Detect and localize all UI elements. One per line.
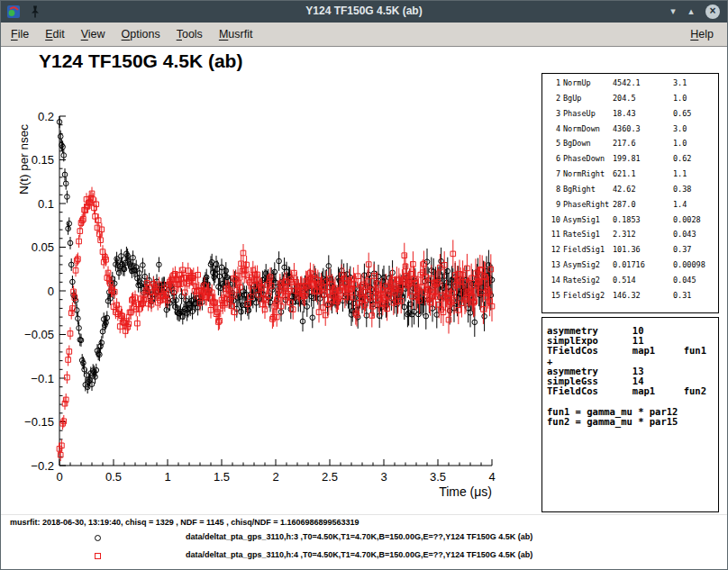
legend-label: data/deltat_pta_gps_3110,h:3 ,T0=4.50K,T… (186, 532, 532, 541)
y-tick-label: 0.1 (38, 197, 54, 211)
menu-mnemonic: H (690, 28, 698, 41)
theory-line: fun2 = gamma_mu * par15 (547, 417, 718, 427)
parameter-name: RateSig2 (563, 276, 610, 291)
parameter-val: 0.514 (613, 276, 670, 291)
parameter-row: 12FieldSig1101.360.37 (547, 245, 718, 260)
parameter-num: 7 (547, 169, 560, 185)
parameter-val: 204.5 (613, 94, 670, 109)
app-window: Y124 TF150G 4.5K (ab) ▾ ▴ × FileEditView… (0, 0, 728, 570)
parameter-val: 146.32 (613, 291, 670, 306)
parameter-name: NormRight (563, 169, 610, 185)
series-h4 (57, 187, 495, 461)
menu-mnemonic: T (177, 28, 182, 41)
x-tick-label: 0 (56, 470, 62, 484)
parameter-row: 5BgDown217.61.0 (547, 139, 718, 154)
parameter-err: 0.37 (673, 245, 718, 260)
parameter-name: PhaseRight (563, 200, 610, 215)
y-tick-label: −0.2 (31, 459, 54, 473)
parameter-num: 11 (547, 230, 560, 245)
menu-item-musrfit[interactable]: Musrfit (211, 23, 261, 46)
plot-canvas[interactable]: −0.2−0.15−0.1−0.0500.050.10.150.200.511.… (1, 48, 541, 514)
menu-mnemonic: F (11, 28, 18, 41)
x-tick-label: 1.5 (214, 470, 230, 484)
legend-item: data/deltat_pta_gps_3110,h:4 ,T0=4.50K,T… (1, 548, 727, 566)
menu-item-view[interactable]: View (73, 23, 114, 46)
parameter-num: 5 (547, 139, 560, 154)
series-markers-square (57, 191, 495, 457)
parameter-err: 3.1 (673, 78, 718, 94)
parameter-val: 287.0 (613, 200, 670, 215)
maximize-button[interactable]: ▴ (684, 5, 698, 19)
parameter-err: 0.045 (673, 276, 718, 291)
window-titlebar[interactable]: Y124 TF150G 4.5K (ab) ▾ ▴ × (1, 1, 727, 23)
parameter-row: 14RateSig20.5140.045 (547, 276, 718, 291)
legend-label: data/deltat_pta_gps_3110,h:4 ,T0=4.50K,T… (186, 550, 532, 559)
menu-mnemonic: E (45, 28, 52, 41)
parameter-row: 6PhaseDown199.810.62 (547, 154, 718, 169)
legend-marker-open-square (95, 553, 101, 559)
series-markers-circle (57, 120, 495, 390)
x-tick-label: 2 (272, 470, 278, 484)
parameter-name: AsymSig2 (563, 260, 610, 276)
x-axis-title: Time (μs) (439, 484, 492, 499)
y-tick-label: −0.1 (31, 372, 54, 385)
parameter-name: AsymSig1 (563, 215, 610, 231)
parameter-row: 10AsymSig10.18530.0028 (547, 215, 718, 231)
menu-bar: FileEditViewOptionsToolsMusrfit Help (1, 23, 727, 47)
parameter-name: FieldSig1 (563, 245, 610, 260)
parameter-num: 10 (547, 215, 560, 231)
menu-items-right: Help (682, 23, 727, 46)
parameter-val: 217.6 (613, 139, 670, 154)
menu-item-tools[interactable]: Tools (168, 23, 211, 46)
parameter-val: 0.01716 (613, 260, 670, 276)
menu-mnemonic: O (122, 28, 131, 41)
parameter-name: NormDown (563, 124, 610, 140)
menu-item-file[interactable]: File (3, 23, 37, 46)
menu-items: FileEditViewOptionsToolsMusrfit (1, 23, 260, 46)
parameter-val: 18.43 (613, 109, 670, 124)
menu-mnemonic: M (219, 28, 228, 41)
parameter-num: 6 (547, 154, 560, 169)
theory-line: TFieldCos map1 fun2 (547, 386, 718, 396)
theory-line: TFieldCos map1 fun1 (547, 346, 718, 356)
x-tick-label: 0.5 (105, 470, 122, 484)
parameter-err: 0.31 (673, 291, 718, 306)
menu-item-edit[interactable]: Edit (37, 23, 73, 46)
parameter-row: 2BgUp204.51.0 (547, 94, 718, 109)
parameter-val: 4360.3 (613, 124, 670, 140)
minimize-button[interactable]: ▾ (666, 5, 680, 19)
parameter-num: 2 (547, 94, 560, 109)
legend-item: data/deltat_pta_gps_3110,h:3 ,T0=4.50K,T… (1, 530, 727, 548)
y-tick-label: −0.05 (24, 328, 54, 341)
parameter-row: 7NormRight621.11.1 (547, 169, 718, 185)
parameter-err: 1.4 (673, 200, 718, 215)
parameter-num: 15 (547, 291, 560, 306)
menu-item-help[interactable]: Help (682, 23, 722, 46)
parameter-num: 8 (547, 185, 560, 200)
parameter-err: 0.043 (673, 230, 718, 245)
menu-item-options[interactable]: Options (114, 23, 168, 46)
parameter-row: 11RateSig12.3120.043 (547, 230, 718, 245)
close-button[interactable]: × (705, 5, 720, 19)
parameter-err: 1.1 (673, 169, 718, 185)
parameter-err: 0.62 (673, 154, 718, 169)
parameter-err: 1.0 (673, 94, 718, 109)
parameter-val: 2.312 (613, 230, 670, 245)
y-tick-label: 0.15 (32, 153, 54, 167)
window-title: Y124 TF150G 4.5K (ab) (1, 5, 727, 17)
y-tick-label: 0.05 (32, 240, 54, 254)
parameter-name: BgRight (563, 185, 610, 200)
parameter-err: 0.0028 (673, 215, 718, 231)
fit-info-line: musrfit: 2018-06-30, 13:19:40, chisq = 1… (10, 518, 359, 527)
parameter-row: 13AsymSig20.017160.00098 (547, 260, 718, 276)
parameter-row: 4NormDown4360.33.0 (547, 124, 718, 140)
theory-line (547, 396, 718, 406)
parameter-name: NormUp (563, 78, 610, 94)
canvas-divider (1, 514, 727, 515)
parameter-err: 3.0 (673, 124, 718, 140)
parameter-num: 14 (547, 276, 560, 291)
parameter-name: PhaseUp (563, 109, 610, 124)
y-tick-label: 0.2 (38, 110, 54, 123)
parameter-name: BgUp (563, 94, 610, 109)
parameter-num: 4 (547, 124, 560, 140)
